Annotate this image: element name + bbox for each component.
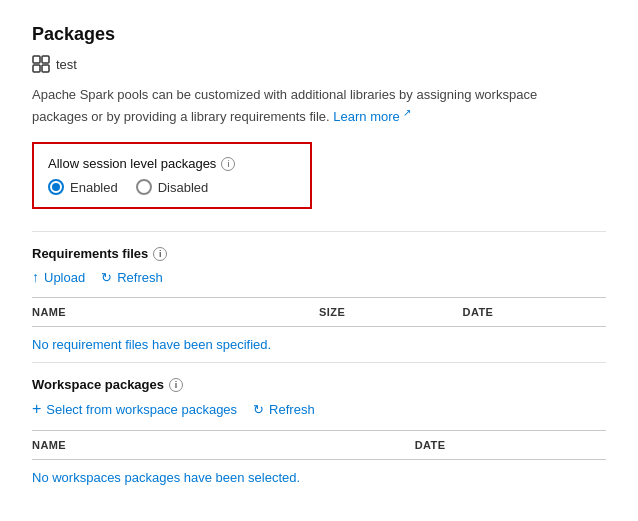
requirements-files-header: Requirements files i <box>32 246 606 261</box>
divider-2 <box>32 362 606 363</box>
session-packages-info-icon[interactable]: i <box>221 157 235 171</box>
svg-rect-1 <box>42 56 49 63</box>
external-link-icon: ↗ <box>403 107 411 118</box>
requirements-refresh-button[interactable]: ↻ Refresh <box>101 270 163 285</box>
radio-enabled-circle <box>48 179 64 195</box>
workspace-packages-header: Workspace packages i <box>32 377 606 392</box>
workspace-table-header: NAME DATE <box>32 430 606 460</box>
ws-col-name: NAME <box>32 437 415 453</box>
radio-disabled[interactable]: Disabled <box>136 179 209 195</box>
radio-enabled-label: Enabled <box>70 180 118 195</box>
svg-rect-3 <box>42 65 49 72</box>
radio-disabled-label: Disabled <box>158 180 209 195</box>
info-text: Apache Spark pools can be customized wit… <box>32 85 592 126</box>
learn-more-link[interactable]: Learn more <box>333 109 399 124</box>
requirements-files-section: Requirements files i ↑ Upload ↻ Refresh … <box>32 246 606 358</box>
session-packages-radio-group: Enabled Disabled <box>48 179 296 195</box>
page-title: Packages <box>32 24 606 45</box>
requirements-empty-message: No requirement files have been specified… <box>32 327 606 358</box>
info-text-main: Apache Spark pools can be customized wit… <box>32 87 537 124</box>
upload-button[interactable]: ↑ Upload <box>32 269 85 285</box>
workspace-refresh-button[interactable]: ↻ Refresh <box>253 402 315 417</box>
requirements-action-bar: ↑ Upload ↻ Refresh <box>32 269 606 285</box>
req-col-size: SIZE <box>319 304 463 320</box>
workspace-icon <box>32 55 50 73</box>
radio-disabled-circle <box>136 179 152 195</box>
requirements-table-header: NAME SIZE DATE <box>32 297 606 327</box>
plus-icon: + <box>32 400 41 418</box>
svg-rect-2 <box>33 65 40 72</box>
select-workspace-packages-button[interactable]: + Select from workspace packages <box>32 400 237 418</box>
requirements-info-icon[interactable]: i <box>153 247 167 261</box>
requirements-refresh-icon: ↻ <box>101 270 112 285</box>
radio-enabled[interactable]: Enabled <box>48 179 118 195</box>
workspace-packages-section: Workspace packages i + Select from works… <box>32 377 606 491</box>
workspace-packages-info-icon[interactable]: i <box>169 378 183 392</box>
workspace-name-row: test <box>32 55 606 73</box>
req-col-name: NAME <box>32 304 319 320</box>
packages-container: Packages test Apache Spark pools can be … <box>0 0 638 515</box>
ws-col-date: DATE <box>415 437 606 453</box>
session-packages-label: Allow session level packages i <box>48 156 296 171</box>
divider-1 <box>32 231 606 232</box>
req-col-date: DATE <box>463 304 607 320</box>
workspace-name-label: test <box>56 57 77 72</box>
upload-icon: ↑ <box>32 269 39 285</box>
workspace-action-bar: + Select from workspace packages ↻ Refre… <box>32 400 606 418</box>
workspace-empty-message: No workspaces packages have been selecte… <box>32 460 606 491</box>
svg-rect-0 <box>33 56 40 63</box>
workspace-refresh-icon: ↻ <box>253 402 264 417</box>
session-packages-box: Allow session level packages i Enabled D… <box>32 142 312 209</box>
